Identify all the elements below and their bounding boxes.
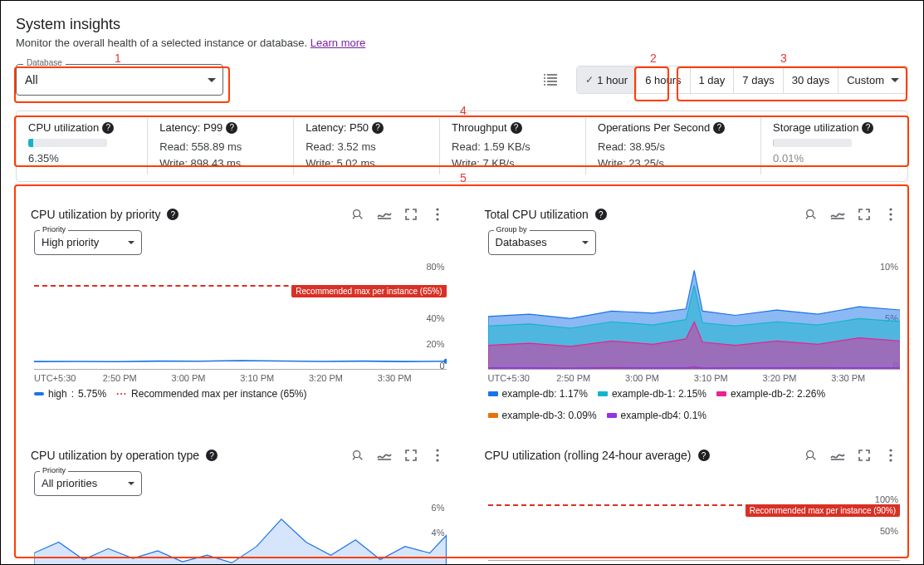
help-icon[interactable]: ? (226, 122, 237, 134)
svg-point-34 (889, 459, 892, 461)
legend-item: example-db4: 0.1% (607, 410, 706, 421)
legend-icon[interactable] (829, 205, 847, 224)
database-select-label: Database (23, 58, 66, 67)
explore-icon[interactable] (802, 446, 820, 464)
priority-select[interactable]: Priority High priority (34, 230, 142, 255)
svg-point-33 (889, 454, 892, 456)
chevron-down-icon (208, 78, 216, 82)
metric-latency-p50: Latency: P50? Read: 3.52 ms Write: 5.02 … (294, 118, 440, 174)
list-view-button[interactable] (536, 66, 565, 94)
metric-ops: Operations Per Second? Read: 38.95/s Wri… (586, 118, 761, 174)
chevron-down-icon (582, 241, 589, 244)
priority-select[interactable]: Priority All priorities (34, 471, 142, 496)
menu-icon[interactable] (428, 446, 447, 464)
learn-more-link[interactable]: Learn more (310, 37, 365, 49)
groupby-select[interactable]: Group by Databases (488, 230, 596, 255)
legend-icon[interactable] (375, 446, 394, 464)
fullscreen-icon[interactable] (402, 446, 420, 464)
svg-point-28 (436, 459, 438, 461)
svg-point-18 (889, 218, 892, 220)
page-title: System insights (16, 16, 908, 33)
svg-point-10 (436, 208, 438, 210)
help-icon[interactable]: ? (862, 122, 873, 134)
svg-point-11 (436, 213, 438, 215)
legend-item: example-db-1: 2.15% (598, 388, 706, 400)
help-icon[interactable]: ? (167, 209, 178, 220)
annotation-4: 4 (460, 104, 467, 117)
legend-item: example-db-2: 2.26% (716, 388, 825, 400)
fullscreen-icon[interactable] (402, 205, 420, 224)
chart-cpu-by-priority: CPU utilization by priority ? Priority H… (16, 200, 455, 426)
svg-point-26 (436, 449, 438, 451)
chart-cpu-by-op: CPU utilization by operation type ? Prio… (16, 441, 455, 565)
legend-icon[interactable] (829, 446, 847, 464)
svg-point-16 (889, 208, 892, 210)
metric-cpu-util: CPU utilization? 6.35% (17, 118, 148, 174)
metric-throughput: Throughput? Read: 1.59 KB/s Write: 7 KB/… (440, 118, 586, 174)
svg-point-13 (444, 359, 447, 364)
time-range-option[interactable]: ✓1 hour (577, 66, 637, 93)
explore-icon[interactable] (349, 446, 367, 464)
svg-point-8 (353, 210, 359, 217)
help-icon[interactable]: ? (595, 209, 607, 220)
legend-item: ··· Recommended max per instance (65%) (116, 388, 306, 400)
help-icon[interactable]: ? (713, 122, 725, 134)
metric-latency-p99: Latency: P99? Read: 558.89 ms Write: 898… (148, 118, 294, 174)
explore-icon[interactable] (349, 205, 367, 224)
recommended-badge: Recommended max per instance (90%) (746, 504, 900, 517)
time-range-selector: ✓1 hour6 hours1 day7 days30 daysCustom (576, 66, 908, 94)
svg-point-30 (807, 451, 814, 458)
metric-storage-util: Storage utilization? 0.01% (761, 118, 907, 174)
legend-item: high: 5.75% (34, 388, 106, 400)
svg-point-32 (889, 449, 892, 451)
menu-icon[interactable] (882, 205, 900, 224)
legend-icon[interactable] (375, 205, 394, 224)
svg-point-14 (807, 210, 814, 217)
svg-point-24 (353, 451, 359, 458)
help-icon[interactable]: ? (511, 122, 522, 134)
database-select-value: All (25, 73, 38, 86)
chevron-down-icon (891, 78, 899, 82)
database-select[interactable]: Database All (16, 64, 223, 96)
help-icon[interactable]: ? (102, 122, 114, 134)
time-range-option[interactable]: Custom (838, 66, 907, 93)
page-subtitle: Monitor the overall health of a selected… (16, 37, 908, 49)
svg-marker-29 (34, 519, 447, 565)
time-range-option[interactable]: 6 hours (637, 66, 690, 93)
svg-point-27 (436, 454, 438, 456)
chevron-down-icon (128, 241, 134, 244)
svg-point-12 (436, 218, 438, 220)
annotation-3: 3 (780, 52, 787, 65)
fullscreen-icon[interactable] (855, 446, 873, 464)
fullscreen-icon[interactable] (855, 205, 873, 224)
menu-icon[interactable] (882, 446, 900, 464)
legend-item: example-db: 1.17% (488, 388, 588, 400)
annotation-1: 1 (115, 52, 121, 65)
time-range-option[interactable]: 30 days (784, 66, 839, 93)
svg-point-17 (889, 213, 892, 215)
legend-item: example-db-3: 0.09% (488, 410, 597, 421)
chart-cpu-rolling: CPU utilization (rolling 24-hour average… (470, 441, 909, 565)
menu-icon[interactable] (428, 205, 447, 224)
help-icon[interactable]: ? (698, 450, 710, 461)
help-icon[interactable]: ? (206, 450, 218, 461)
list-icon (542, 73, 559, 86)
time-range-option[interactable]: 1 day (691, 66, 735, 93)
help-icon[interactable]: ? (372, 122, 384, 134)
annotation-2: 2 (650, 52, 657, 65)
time-range-option[interactable]: 7 days (734, 66, 783, 93)
annotation-5: 5 (460, 171, 467, 184)
explore-icon[interactable] (802, 205, 820, 224)
chart-total-cpu: Total CPU utilization ? Group by Databas… (470, 200, 909, 426)
chevron-down-icon (128, 482, 134, 485)
